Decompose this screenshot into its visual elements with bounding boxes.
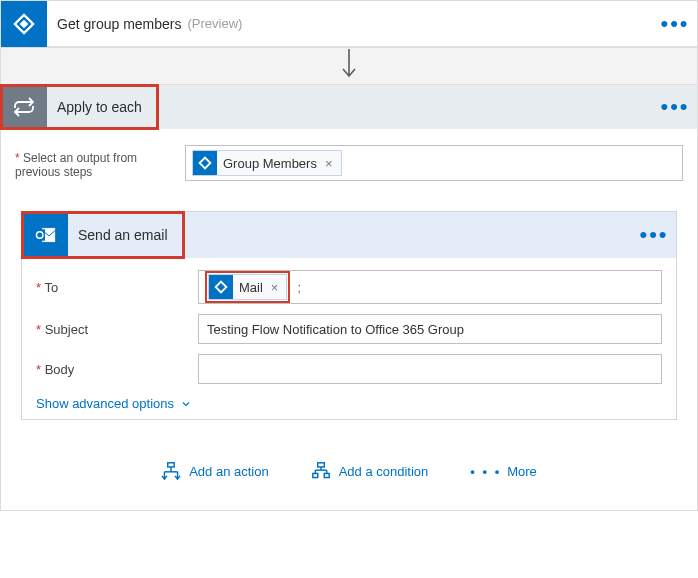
token-group-members[interactable]: Group Members × [192, 150, 342, 176]
action-header[interactable]: Get group members (Preview) ••• [1, 1, 697, 47]
send-email-title: Send an email [78, 227, 168, 243]
apply-to-each-menu-button[interactable]: ••• [653, 94, 697, 120]
action-card-get-group-members: Get group members (Preview) ••• [0, 0, 698, 48]
svg-rect-17 [317, 463, 324, 467]
show-advanced-options-link[interactable]: Show advanced options [36, 396, 192, 411]
to-input[interactable]: Mail × ; [198, 270, 662, 304]
ellipsis-icon: • • • [470, 464, 501, 479]
add-action-icon [161, 462, 181, 480]
more-actions-button[interactable]: • • • More [470, 464, 537, 479]
add-action-button[interactable]: Add an action [161, 462, 269, 480]
apply-to-each-title: Apply to each [57, 99, 142, 115]
apply-to-each-header[interactable]: Apply to each ••• [1, 85, 697, 129]
svg-rect-23 [324, 473, 329, 477]
azure-ad-icon [193, 151, 217, 175]
to-label: * To [36, 280, 186, 295]
select-output-input[interactable]: Group Members × [185, 145, 683, 181]
add-condition-icon [311, 462, 331, 480]
separator: ; [294, 280, 301, 295]
send-email-header[interactable]: Send an email ••• [22, 212, 676, 258]
action-card-send-email: Send an email ••• * To [21, 211, 677, 420]
azure-ad-icon [1, 1, 47, 47]
action-title: Get group members [57, 16, 182, 32]
preview-label: (Preview) [188, 16, 243, 31]
svg-rect-22 [313, 473, 318, 477]
azure-ad-icon [209, 275, 233, 299]
remove-token-icon[interactable]: × [323, 156, 335, 171]
token-mail[interactable]: Mail × [208, 274, 287, 300]
apply-to-each-container: Apply to each ••• * Select an output fro… [0, 84, 698, 511]
body-input[interactable] [198, 354, 662, 384]
outlook-icon [22, 212, 68, 258]
select-output-label: * Select an output from previous steps [15, 145, 173, 179]
remove-token-icon[interactable]: × [269, 280, 281, 295]
svg-rect-12 [168, 463, 175, 467]
subject-input[interactable]: Testing Flow Notification to Office 365 … [198, 314, 662, 344]
connector-arrow [0, 48, 698, 84]
body-label: * Body [36, 362, 186, 377]
action-menu-button[interactable]: ••• [653, 11, 697, 37]
chevron-down-icon [180, 398, 192, 410]
add-condition-button[interactable]: Add a condition [311, 462, 429, 480]
send-email-menu-button[interactable]: ••• [632, 222, 676, 248]
loop-icon [1, 84, 47, 130]
subject-label: * Subject [36, 322, 186, 337]
